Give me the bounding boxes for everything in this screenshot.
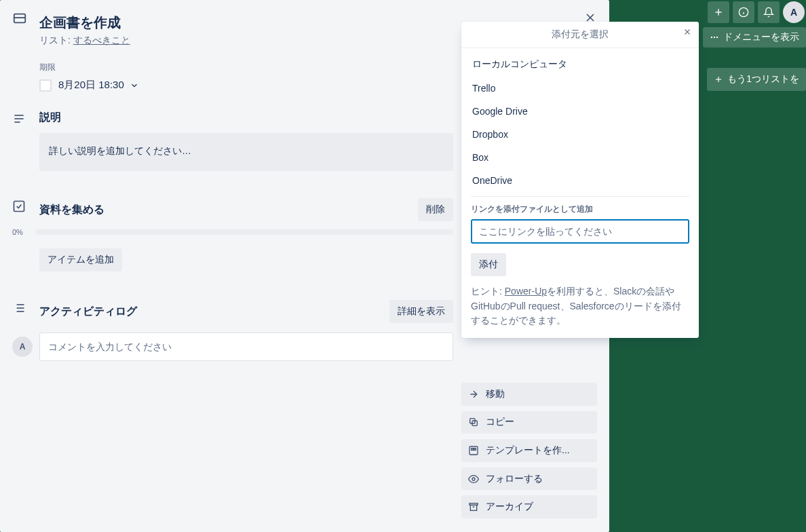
hint-prefix: ヒント: [471,286,505,297]
delete-checklist-button[interactable]: 削除 [418,198,453,221]
activity-icon [12,300,39,315]
notifications-button[interactable] [758,1,780,23]
svg-rect-29 [474,449,476,451]
checklist-icon [12,198,39,213]
template-icon [468,445,479,456]
archive-icon [468,501,479,512]
popover-close-icon[interactable] [683,27,692,37]
svg-point-5 [711,37,712,38]
svg-point-6 [714,37,715,38]
power-up-link[interactable]: Power-Up [505,286,547,297]
copy-button[interactable]: コピー [461,411,597,434]
top-header-buttons: A [708,1,805,23]
due-date-value: 8月20日 18:30 [58,79,124,92]
source-local-computer[interactable]: ローカルコンピュータ [471,52,689,77]
add-list-label: もう1つリストを [727,73,799,86]
arrow-right-icon [468,389,479,400]
source-onedrive[interactable]: OneDrive [471,169,689,192]
add-checklist-item-button[interactable]: アイテムを追加 [39,248,122,271]
activity-heading: アクティビティログ [39,305,137,319]
svg-rect-17 [14,202,24,212]
hint-text: ヒント: Power-Upを利用すると、Slackの会話やGitHubのPull… [471,284,689,328]
source-trello[interactable]: Trello [471,77,689,100]
svg-point-7 [716,37,718,38]
plus-icon [714,75,723,84]
archive-button[interactable]: アーカイブ [461,495,597,518]
move-label: 移動 [486,388,505,400]
card-title[interactable]: 企画書を作成 [39,14,453,32]
due-date-label: 期限 [39,62,453,73]
attach-link-input[interactable] [471,219,689,244]
svg-point-30 [472,478,475,480]
copy-icon [468,417,479,428]
archive-label: アーカイブ [486,501,533,513]
attach-button[interactable]: 添付 [471,253,506,276]
due-date-button[interactable]: 8月20日 18:30 [58,79,139,92]
divider [471,196,689,197]
add-another-list-button[interactable]: もう1つリストを [707,68,806,91]
description-input[interactable]: 詳しい説明を追加してください… [39,133,453,171]
board-menu-label: ドメニューを表示 [723,31,799,43]
show-details-button[interactable]: 詳細を表示 [389,300,453,323]
source-dropbox[interactable]: Dropbox [471,123,689,146]
header-avatar[interactable]: A [783,1,805,23]
make-template-button[interactable]: テンプレートを作... [461,439,597,462]
attach-link-label: リンクを添付ファイルとして追加 [471,204,689,215]
eye-icon [468,474,479,484]
popover-title: 添付元を選択 [552,28,609,39]
checklist-progress-pct: 0% [12,228,28,236]
attach-from-popover: 添付元を選択 ローカルコンピュータ Trello Google Drive Dr… [461,22,699,338]
info-button[interactable] [733,1,754,23]
plus-button[interactable] [708,1,729,23]
card-list-info: リスト: するべきこと [39,35,453,47]
description-heading: 説明 [39,111,453,125]
checklist-title[interactable]: 資料を集める [39,203,104,217]
chevron-down-icon [130,81,139,90]
svg-rect-32 [470,506,476,511]
description-icon [12,111,39,126]
user-avatar: A [12,337,33,357]
checklist-progress-bar [35,229,453,235]
source-box[interactable]: Box [471,146,689,169]
svg-rect-28 [472,449,474,451]
source-google-drive[interactable]: Google Drive [471,100,689,123]
due-date-checkbox[interactable] [39,79,52,92]
menu-dots-icon [710,33,719,42]
follow-label: フォローする [486,473,543,485]
card-icon [12,10,39,26]
board-menu-button[interactable]: ドメニューを表示 [703,27,806,48]
move-button[interactable]: 移動 [461,383,597,406]
follow-button[interactable]: フォローする [461,468,597,491]
copy-label: コピー [486,416,514,428]
list-name-link[interactable]: するべきこと [73,35,130,45]
template-label: テンプレートを作... [486,444,570,457]
comment-input[interactable] [39,332,453,361]
list-prefix: リスト: [39,35,71,45]
